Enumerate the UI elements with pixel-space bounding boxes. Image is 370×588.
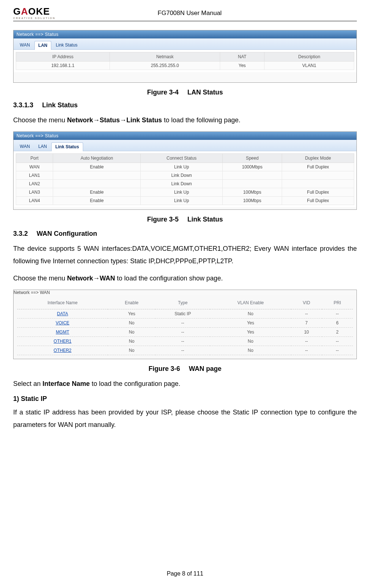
logo-letter: OKE [28, 6, 50, 17]
figure-caption: Figure 3-4LAN Status [13, 89, 357, 96]
table-cell: Yes [210, 328, 291, 337]
table-cell [222, 171, 282, 180]
table-cell: No [108, 346, 155, 355]
text: to load the configuration page. [90, 380, 180, 387]
table-cell: VOICE [17, 319, 108, 328]
table-cell: No [108, 319, 155, 328]
table-cell: -- [322, 337, 353, 346]
table-cell: 2 [322, 328, 353, 337]
table-cell: 192.168.1.1 [16, 62, 110, 70]
table-row: LAN2Link Down [16, 180, 354, 188]
table-cell: 1000Mbps [222, 163, 282, 171]
text: Choose the menu [13, 275, 67, 282]
logo: GAOKE CREATIVE SOLUTION [13, 7, 55, 19]
interface-link-data[interactable]: DATA [57, 311, 68, 316]
logo-letter: G [13, 6, 21, 17]
table-cell: No [108, 337, 155, 346]
text: to load the following page. [162, 116, 240, 124]
interface-link-other1[interactable]: OTHER1 [53, 339, 71, 344]
section-title: Link Status [42, 101, 78, 109]
section-title: WAN Configuration [37, 230, 97, 237]
table-cell: LAN4 [16, 197, 53, 205]
table-cell: OTHER2 [17, 346, 108, 355]
tab-wan[interactable]: WAN [16, 41, 34, 49]
term: Interface Name [42, 380, 90, 387]
column-header: Auto Negotiation [53, 154, 141, 163]
interface-link-other2[interactable]: OTHER2 [53, 348, 71, 353]
table-row: LAN3EnableLink Up100MbpsFull Duplex [16, 188, 354, 197]
table-cell: LAN2 [16, 180, 53, 188]
interface-link-mgmt[interactable]: MGMT [56, 330, 69, 335]
wan-interface-table: Interface NameEnableTypeVLAN EnableVIDPR… [17, 297, 353, 355]
tab-lan[interactable]: LAN [34, 142, 51, 151]
table-row: LAN1Link Down [16, 171, 354, 180]
column-header: Duplex Mode [282, 154, 354, 163]
figure-number: Figure 3-6 [148, 365, 180, 372]
table-cell: No [210, 337, 291, 346]
figure-title: LAN Status [188, 89, 223, 96]
tab-link-status[interactable]: Link Status [52, 41, 81, 49]
table-cell: Yes [108, 309, 155, 319]
section-number: 3.3.1.3 [13, 101, 33, 109]
table-cell: Link Down [141, 171, 222, 180]
column-header: NAT [220, 52, 264, 62]
status-tabs: WANLANLink Status [14, 140, 356, 151]
breadcrumb: Network ==> Status [14, 132, 356, 140]
paragraph: Select an Interface Name to load the con… [13, 378, 357, 390]
tab-lan[interactable]: LAN [34, 41, 52, 50]
breadcrumb: Network ==> Status [14, 30, 356, 38]
table-cell: Link Up [141, 163, 222, 171]
table-cell: Link Up [141, 197, 222, 205]
table-cell [53, 171, 141, 180]
tab-link-status[interactable]: Link Status [51, 142, 83, 151]
column-header: Port [16, 154, 53, 163]
tab-wan[interactable]: WAN [16, 142, 34, 151]
table-cell: Full Duplex [282, 197, 354, 205]
table-row: MGMTNo--Yes102 [17, 328, 353, 337]
column-header: Enable [108, 297, 155, 309]
column-header: Netmask [110, 52, 220, 62]
text: Choose the menu [13, 116, 67, 124]
table-cell: Full Duplex [282, 188, 354, 197]
table-row: DATAYesStatic IPNo---- [17, 309, 353, 319]
interface-link-voice[interactable]: VOICE [56, 320, 69, 325]
table-cell: -- [322, 309, 353, 319]
column-header: VID [291, 297, 322, 309]
column-header: Interface Name [17, 297, 108, 309]
breadcrumb: Network ==> WAN [14, 290, 356, 295]
table-cell: No [108, 328, 155, 337]
table-cell: VLAN1 [264, 62, 354, 70]
figure-title: Link Status [188, 216, 223, 223]
paragraph: Choose the menu Network→WAN to load the … [13, 272, 357, 284]
sub-heading: 1) Static IP [13, 395, 357, 403]
wan-page-screenshot: Network ==> WAN Interface NameEnableType… [13, 290, 357, 359]
section-heading: 3.3.1.3Link Status [13, 101, 357, 109]
table-cell: LAN3 [16, 188, 53, 197]
table-cell: -- [291, 337, 322, 346]
section-number: 3.3.2 [13, 230, 28, 237]
table-cell: -- [322, 346, 353, 355]
figure-caption: Figure 3-6WAN page [13, 365, 357, 373]
column-header: Type [155, 297, 210, 309]
table-cell: 10 [291, 328, 322, 337]
table-cell: -- [291, 346, 322, 355]
table-cell: Enable [53, 197, 141, 205]
doc-header: GAOKE CREATIVE SOLUTION FG7008N User Man… [13, 7, 357, 21]
table-cell: 100Mbps [222, 197, 282, 205]
table-cell: Link Up [141, 188, 222, 197]
table-cell: WAN [16, 163, 53, 171]
table-cell: 255.255.255.0 [110, 62, 220, 70]
table-cell: MGMT [17, 328, 108, 337]
section-heading: 3.3.2WAN Configuration [13, 230, 357, 238]
table-cell [222, 180, 282, 188]
table-cell: -- [155, 346, 210, 355]
column-header: Speed [222, 154, 282, 163]
table-cell: -- [155, 328, 210, 337]
figure-number: Figure 3-5 [147, 216, 178, 223]
doc-title: FG7008N User Manual [55, 10, 357, 17]
column-header: PRI [322, 297, 353, 309]
table-row: 192.168.1.1255.255.255.0YesVLAN1 [16, 62, 354, 70]
column-header: VLAN Enable [210, 297, 291, 309]
lan-status-table: IP AddressNetmaskNATDescription192.168.1… [16, 52, 354, 70]
logo-letter-accent: A [21, 6, 28, 17]
